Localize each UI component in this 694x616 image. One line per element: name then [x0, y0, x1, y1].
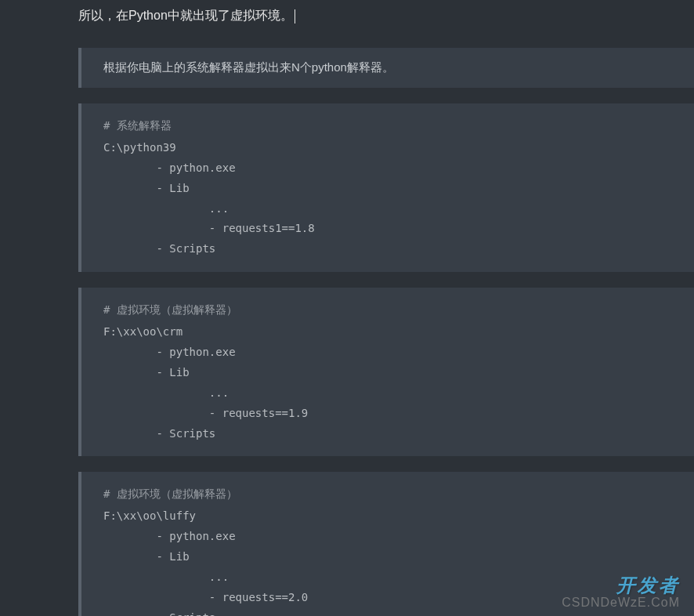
watermark-source-text: CSDNDeWzE.CoM	[562, 596, 680, 610]
code-comment: # 系统解释器	[103, 116, 672, 136]
watermark-logo-text: 开发者	[562, 573, 680, 598]
code-block-1: # 系统解释器 C:\python39 - python.exe - Lib .…	[78, 103, 694, 272]
code-item: ...	[103, 383, 672, 404]
watermark: 开发者 CSDNDeWzE.CoM	[562, 573, 680, 610]
code-path: F:\xx\oo\crm	[103, 322, 672, 342]
quote-block: 根据你电脑上的系统解释器虚拟出来N个python解释器。	[78, 48, 694, 88]
code-item: - python.exe	[103, 342, 672, 363]
code-item: - python.exe	[103, 158, 672, 179]
code-item: ...	[103, 199, 672, 219]
code-item: - requests1==1.8	[103, 219, 672, 239]
code-item: - Lib	[103, 547, 672, 567]
quote-text: 根据你电脑上的系统解释器虚拟出来N个python解释器。	[103, 60, 394, 74]
code-path: C:\python39	[103, 138, 672, 158]
code-block-2: # 虚拟环境（虚拟解释器） F:\xx\oo\crm - python.exe …	[78, 288, 694, 456]
code-comment: # 虚拟环境（虚拟解释器）	[103, 300, 672, 321]
code-item: - requests==1.9	[103, 404, 672, 424]
code-item: - python.exe	[103, 527, 672, 547]
code-item: - Scripts	[103, 424, 672, 444]
code-item: - Lib	[103, 179, 672, 199]
intro-text: 所以，在Python中就出现了虚拟环境。	[78, 9, 293, 22]
code-item: - Scripts	[103, 239, 672, 259]
code-comment: # 虚拟环境（虚拟解释器）	[103, 484, 672, 505]
intro-paragraph: 所以，在Python中就出现了虚拟环境。	[0, 0, 694, 24]
text-cursor	[295, 9, 295, 24]
code-item: - Lib	[103, 363, 672, 383]
code-path: F:\xx\oo\luffy	[103, 506, 672, 527]
